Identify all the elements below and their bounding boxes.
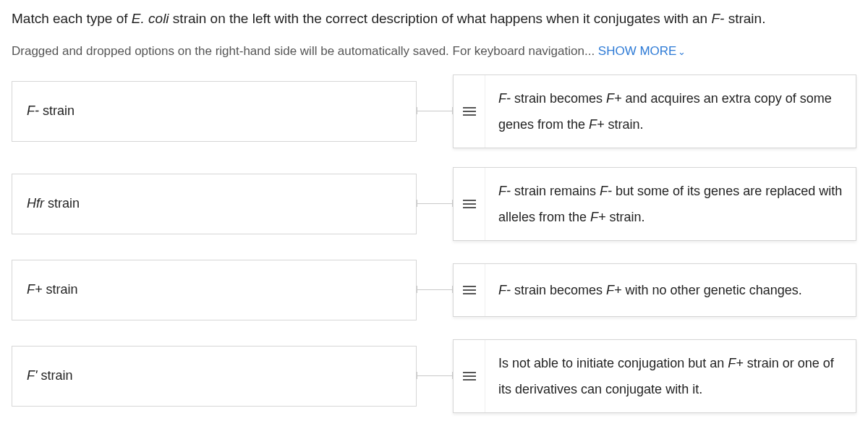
question-pre: Match each type of	[12, 11, 132, 26]
right-option-box[interactable]: Is not able to initiate conjugation but …	[453, 339, 856, 413]
match-row: F' strain Is not able to initiate conjug…	[12, 339, 856, 413]
left-term-box: F- strain	[12, 81, 417, 142]
chevron-down-icon: ⌄	[678, 46, 686, 57]
left-term-box: F+ strain	[12, 260, 417, 320]
left-term-box: Hfr strain	[12, 174, 417, 234]
match-row: Hfr strain F- strain remains F- but some…	[12, 167, 856, 241]
question-em1: E. coli	[132, 11, 169, 26]
show-more-link[interactable]: SHOW MORE⌄	[598, 44, 686, 58]
question-mid: strain on the left with the correct desc…	[169, 11, 712, 26]
connector-line	[417, 203, 453, 204]
question-em2: F-	[711, 11, 724, 26]
left-term-em: F+	[27, 282, 43, 297]
drag-handle-icon[interactable]	[454, 168, 485, 240]
instructions-body: Dragged and dropped options on the right…	[12, 44, 595, 58]
right-option-box[interactable]: F- strain remains F- but some of its gen…	[453, 167, 856, 241]
question-post: strain.	[724, 11, 765, 26]
right-option-box[interactable]: F- strain becomes F+ and acquires an ext…	[453, 75, 856, 148]
right-option-text: F- strain becomes F+ and acquires an ext…	[485, 75, 856, 148]
question-text: Match each type of E. coli strain on the…	[12, 9, 856, 30]
right-option-box[interactable]: F- strain becomes F+ with no other genet…	[453, 263, 856, 317]
drag-handle-icon[interactable]	[454, 75, 485, 148]
connector-line	[417, 375, 453, 376]
instructions-text: Dragged and dropped options on the right…	[12, 44, 856, 59]
left-term-rest: strain	[39, 103, 75, 118]
match-row: F+ strain F- strain becomes F+ with no o…	[12, 260, 856, 320]
drag-handle-icon[interactable]	[454, 264, 485, 316]
right-option-text: Is not able to initiate conjugation but …	[485, 340, 856, 412]
left-term-em: Hfr	[27, 196, 44, 211]
left-term-em: F'	[27, 368, 37, 383]
connector-line	[417, 289, 453, 290]
left-term-rest: strain	[43, 282, 78, 297]
left-term-em: F-	[27, 103, 39, 118]
left-term-rest: strain	[44, 196, 80, 211]
matching-pairs: F- strain F- strain becomes F+ and acqui…	[12, 75, 856, 413]
left-term-rest: strain	[37, 368, 72, 383]
right-option-text: F- strain remains F- but some of its gen…	[485, 168, 856, 240]
drag-handle-icon[interactable]	[454, 340, 485, 412]
left-term-box: F' strain	[12, 346, 417, 407]
connector-line	[417, 111, 453, 111]
match-row: F- strain F- strain becomes F+ and acqui…	[12, 75, 856, 148]
right-option-text: F- strain becomes F+ with no other genet…	[485, 264, 856, 316]
show-more-label: SHOW MORE	[598, 44, 677, 58]
